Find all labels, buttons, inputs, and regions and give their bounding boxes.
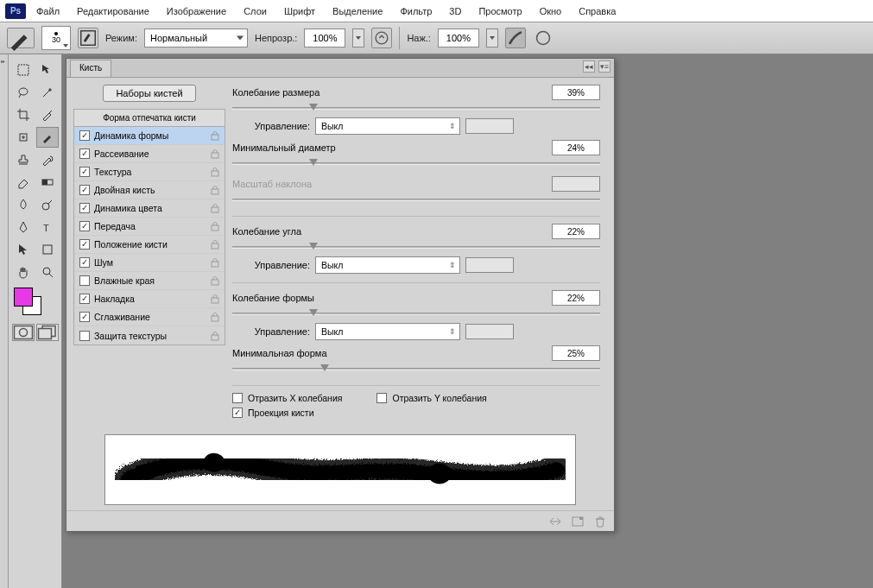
option-checkbox[interactable] <box>79 185 90 195</box>
panel-tab-brush[interactable]: Кисть <box>70 60 111 77</box>
hand-tool[interactable] <box>12 262 35 282</box>
menu-help[interactable]: Справка <box>572 3 623 20</box>
control1-select[interactable]: Выкл <box>315 117 460 135</box>
zoom-tool[interactable] <box>36 262 59 282</box>
lock-icon[interactable] <box>211 275 219 286</box>
brush-projection-checkbox[interactable]: Проекция кисти <box>232 408 600 418</box>
flip-x-checkbox[interactable]: Отразить X колебания <box>232 393 342 403</box>
dodge-tool[interactable] <box>36 194 59 215</box>
option-checkbox[interactable] <box>79 331 90 341</box>
lock-icon[interactable] <box>211 185 219 195</box>
pen-tool[interactable] <box>12 217 35 237</box>
brush-presets-button[interactable]: Наборы кистей <box>103 85 195 102</box>
path-select-tool[interactable] <box>12 239 35 260</box>
pressure-size-icon[interactable] <box>533 28 554 48</box>
pressure-opacity-icon[interactable] <box>371 28 392 48</box>
brush-option-row[interactable]: Накладка <box>74 290 225 308</box>
lock-icon[interactable] <box>211 221 219 231</box>
menu-type[interactable]: Шрифт <box>277 3 322 20</box>
magic-wand-tool[interactable] <box>36 82 59 103</box>
new-preset-icon[interactable] <box>571 515 585 528</box>
opacity-input[interactable]: 100% <box>304 28 345 47</box>
angle-jitter-value[interactable]: 22% <box>552 224 600 239</box>
option-checkbox[interactable] <box>79 149 90 159</box>
lasso-tool[interactable] <box>12 82 35 103</box>
lock-icon[interactable] <box>211 294 219 304</box>
menu-image[interactable]: Изображение <box>160 3 233 20</box>
lock-icon[interactable] <box>211 203 219 213</box>
brush-preset-picker[interactable]: 30 <box>41 26 71 50</box>
brush-option-row[interactable]: Передача <box>74 218 225 236</box>
min-diameter-slider[interactable] <box>232 159 600 171</box>
roundness-jitter-slider[interactable] <box>232 309 600 321</box>
option-checkbox[interactable] <box>79 130 90 141</box>
flip-y-checkbox[interactable]: Отразить Y колебания <box>376 393 486 403</box>
option-checkbox[interactable] <box>79 167 90 177</box>
flow-input[interactable]: 100% <box>438 28 479 47</box>
control3-select[interactable]: Выкл <box>315 323 460 340</box>
menu-edit[interactable]: Редактирование <box>70 3 156 20</box>
crop-tool[interactable] <box>12 104 35 125</box>
menu-3d[interactable]: 3D <box>442 3 468 20</box>
color-swatches[interactable] <box>10 288 60 317</box>
angle-jitter-slider[interactable] <box>232 243 600 255</box>
delete-preset-icon[interactable] <box>593 515 607 528</box>
quick-mask-icon[interactable] <box>12 324 35 341</box>
brush-tool[interactable] <box>36 127 59 148</box>
brush-option-row[interactable]: Сглаживание <box>74 308 225 326</box>
menu-window[interactable]: Окно <box>533 3 569 20</box>
lock-icon[interactable] <box>211 331 219 341</box>
size-jitter-slider[interactable] <box>232 104 600 116</box>
menu-layers[interactable]: Слои <box>237 3 274 20</box>
screen-mode-icon[interactable] <box>36 324 59 341</box>
blend-mode-select[interactable]: Нормальный <box>144 28 248 47</box>
panel-collapse-icon[interactable]: ◂◂ <box>583 60 595 73</box>
min-roundness-value[interactable]: 25% <box>552 345 600 361</box>
shape-tool[interactable] <box>36 239 59 260</box>
menu-view[interactable]: Просмотр <box>471 3 528 20</box>
lock-icon[interactable] <box>211 130 219 141</box>
option-checkbox[interactable] <box>79 257 90 268</box>
move-tool[interactable] <box>36 60 59 80</box>
brush-option-row[interactable]: Двойная кисть <box>74 181 225 199</box>
brush-option-row[interactable]: Защита текстуры <box>74 326 225 345</box>
roundness-jitter-value[interactable]: 22% <box>552 290 600 306</box>
option-checkbox[interactable] <box>79 239 90 250</box>
toolbox-collapse[interactable] <box>0 54 9 588</box>
min-roundness-slider[interactable] <box>232 364 600 376</box>
brush-option-row[interactable]: Влажные края <box>74 272 225 290</box>
history-brush-tool[interactable] <box>36 149 59 170</box>
marquee-tool[interactable] <box>12 60 35 80</box>
brush-option-row[interactable]: Динамика цвета <box>74 199 225 218</box>
lock-icon[interactable] <box>211 257 219 268</box>
opacity-dropdown[interactable] <box>352 28 364 47</box>
blur-tool[interactable] <box>12 194 35 215</box>
option-checkbox[interactable] <box>79 275 90 286</box>
brush-tip-shape-header[interactable]: Форма отпечатка кисти <box>73 109 225 127</box>
flow-dropdown[interactable] <box>486 28 498 47</box>
gradient-tool[interactable] <box>36 172 59 193</box>
menu-select[interactable]: Выделение <box>326 3 389 20</box>
toggle-preview-icon[interactable] <box>548 515 562 528</box>
airbrush-icon[interactable] <box>505 28 526 48</box>
tool-preset-picker[interactable] <box>7 28 35 48</box>
eraser-tool[interactable] <box>12 172 35 193</box>
menu-file[interactable]: Файл <box>29 3 66 20</box>
type-tool[interactable]: T <box>36 217 59 237</box>
brush-option-row[interactable]: Рассеивание <box>74 145 225 163</box>
eyedropper-tool[interactable] <box>36 104 59 125</box>
panel-menu-icon[interactable]: ▾≡ <box>598 60 610 73</box>
brush-option-row[interactable]: Динамика формы <box>74 127 225 145</box>
option-checkbox[interactable] <box>79 312 90 322</box>
menu-filter[interactable]: Фильтр <box>393 3 439 20</box>
brush-option-row[interactable]: Шум <box>74 254 225 272</box>
brush-panel-toggle-icon[interactable] <box>78 28 98 48</box>
option-checkbox[interactable] <box>79 203 90 213</box>
lock-icon[interactable] <box>211 167 219 177</box>
brush-option-row[interactable]: Текстура <box>74 163 225 181</box>
size-jitter-value[interactable]: 39% <box>552 85 600 100</box>
lock-icon[interactable] <box>211 149 219 159</box>
brush-option-row[interactable]: Положение кисти <box>74 236 225 254</box>
option-checkbox[interactable] <box>79 221 90 231</box>
min-diameter-value[interactable]: 24% <box>552 140 600 155</box>
